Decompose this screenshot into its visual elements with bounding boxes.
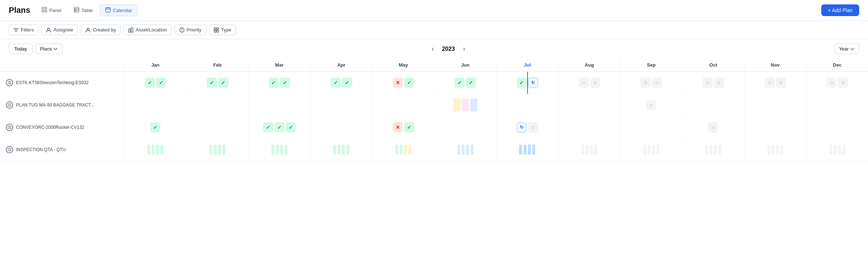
cell-4-nov <box>744 139 806 161</box>
svg-rect-19 <box>214 28 216 30</box>
next-year-button[interactable]: › <box>461 44 467 53</box>
cell-3-oct: ○ <box>682 116 744 138</box>
svg-rect-3 <box>45 10 47 12</box>
bar <box>532 145 535 155</box>
bar <box>276 145 279 155</box>
bar <box>519 145 522 155</box>
row-icon-1 <box>6 79 13 86</box>
svg-rect-14 <box>129 29 130 32</box>
svg-rect-21 <box>214 30 216 32</box>
cell-2-may <box>372 94 434 116</box>
plans-dropdown[interactable]: Plans <box>35 44 63 54</box>
badge-clock: ○ <box>579 78 589 88</box>
svg-rect-4 <box>74 7 79 12</box>
month-sep: Sep <box>620 59 682 71</box>
bar <box>528 145 531 155</box>
cell-3-apr <box>310 116 372 138</box>
month-jul: Jul <box>496 59 558 71</box>
filter-assignee-button[interactable]: Assignee <box>41 25 77 35</box>
assignee-icon <box>46 27 51 33</box>
cell-3-jun <box>434 116 496 138</box>
svg-rect-8 <box>106 8 110 12</box>
row-label-4: INSPECTION QTA - QTU <box>0 143 124 156</box>
add-plan-button[interactable]: + Add Plan <box>821 4 859 16</box>
filter-priority-button[interactable]: Priority <box>175 25 206 35</box>
cell-4-may <box>372 139 434 161</box>
cell-1-jun: ✓ ✓ <box>434 72 496 94</box>
row-name-1: ESTK-KT58ShenzenTechking-ES032 <box>16 80 89 85</box>
bar <box>471 145 473 155</box>
badge-check: ✓ <box>218 78 228 88</box>
filter-filters-button[interactable]: Filters <box>9 25 38 35</box>
cell-2-aug <box>558 94 620 116</box>
badge-x: ✕ <box>393 78 403 88</box>
tab-calendar[interactable]: Calendar <box>100 4 138 16</box>
badge-check: ✓ <box>404 122 414 132</box>
filter-asset-location-button[interactable]: Asset/Location <box>123 25 171 35</box>
cell-1-apr: ✓ ✓ <box>310 72 372 94</box>
year-label: 2023 <box>442 46 455 52</box>
controls-left: Today Plans <box>9 44 62 54</box>
badge-yellow <box>453 98 461 112</box>
prev-year-button[interactable]: ‹ <box>430 44 436 53</box>
badge-check: ✓ <box>263 122 273 132</box>
tab-panel[interactable]: Panel <box>36 4 67 16</box>
svg-point-13 <box>87 28 89 30</box>
badge-check: ✓ <box>342 78 352 88</box>
row-label-1: ESTK-KT58ShenzenTechking-ES032 <box>0 76 124 89</box>
row-icon-2 <box>6 101 13 109</box>
asset-location-icon <box>128 27 133 33</box>
today-button[interactable]: Today <box>9 44 33 54</box>
badge-check: ✓ <box>274 122 285 132</box>
svg-point-18 <box>182 31 182 31</box>
bar <box>643 145 646 155</box>
row-cells-1: ✓ ✓ ✓ ✓ ✓ ✓ ✓ ✓ ✕ ✓ ✓ ✓ <box>124 72 868 94</box>
bar <box>338 145 340 155</box>
view-mode-chevron-icon <box>850 47 854 51</box>
bar <box>152 145 155 155</box>
badge-clock: ○ <box>765 78 775 88</box>
badge-check: ✓ <box>156 78 166 88</box>
cell-2-nov <box>744 94 806 116</box>
bar <box>408 145 411 155</box>
cell-2-dec <box>806 94 868 116</box>
badge-clock: ○ <box>528 122 538 132</box>
filter-type-button[interactable]: Type <box>209 25 236 35</box>
cell-2-sep: ○ <box>620 94 682 116</box>
bar <box>776 145 779 155</box>
badge-clock: ○ <box>703 78 713 88</box>
cell-4-mar <box>248 139 310 161</box>
type-icon <box>214 27 219 33</box>
month-may: May <box>372 59 434 71</box>
bar <box>280 145 283 155</box>
svg-rect-22 <box>217 30 218 32</box>
badge-clock: ○ <box>826 78 837 88</box>
badge-check: ✓ <box>331 78 341 88</box>
view-tabs: Panel Table Calendar <box>36 4 138 16</box>
bar <box>156 145 159 155</box>
header: Plans Panel Table Calendar + Add <box>0 0 868 21</box>
cell-1-nov: ○ ○ <box>744 72 806 94</box>
calendar-controls: Today Plans ‹ 2023 › Year <box>0 39 868 59</box>
row-label-2: PLAN TUG MA-50 BAGGAGE TRACT... <box>0 98 124 112</box>
svg-rect-1 <box>45 7 47 9</box>
cell-1-oct: ○ ○ <box>682 72 744 94</box>
cell-2-feb <box>186 94 248 116</box>
cell-3-may: ✕ ✓ <box>372 116 434 138</box>
created-by-icon <box>85 27 91 33</box>
badge-clock: ○ <box>590 78 600 88</box>
cell-4-sep <box>620 139 682 161</box>
cell-2-jan <box>124 94 186 116</box>
cell-3-mar: ✓ ✓ ✓ <box>248 116 310 138</box>
bar <box>842 145 845 155</box>
cell-2-jul <box>496 94 558 116</box>
bar <box>457 145 460 155</box>
bar <box>466 145 469 155</box>
month-apr: Apr <box>310 59 372 71</box>
bar <box>652 145 655 155</box>
tab-table[interactable]: Table <box>68 4 98 16</box>
badge-clock: ○ <box>838 78 848 88</box>
filter-created-by-button[interactable]: Created by <box>81 25 121 35</box>
view-mode-select[interactable]: Year <box>834 44 859 54</box>
bar <box>594 145 597 155</box>
